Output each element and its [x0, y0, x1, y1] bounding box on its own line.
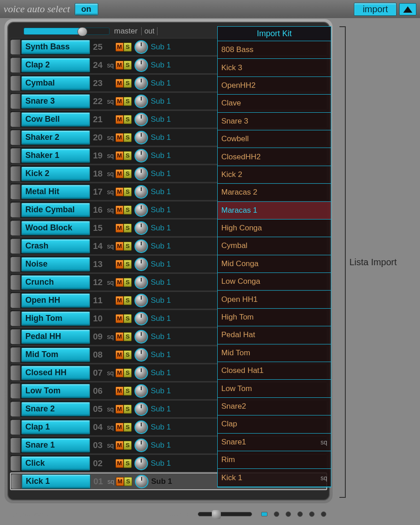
import-list-item[interactable]: Rim	[218, 451, 331, 469]
track-select-tab[interactable]	[10, 293, 20, 308]
solo-button[interactable]: S	[124, 278, 132, 287]
track-select-tab[interactable]	[10, 239, 20, 254]
mute-button[interactable]: M	[115, 423, 124, 432]
import-list-item[interactable]: OpenHH2	[218, 77, 331, 95]
accent-slider[interactable]	[198, 512, 252, 516]
pan-knob[interactable]	[134, 239, 148, 253]
import-list-item[interactable]: High Tom	[218, 309, 331, 326]
solo-button[interactable]: S	[124, 187, 132, 196]
track-select-tab[interactable]	[10, 275, 20, 290]
track-select-tab[interactable]	[10, 438, 20, 453]
track-name-button[interactable]: Clap 1	[21, 420, 90, 434]
pan-knob[interactable]	[134, 294, 148, 307]
output-label[interactable]: Sub 1	[151, 151, 180, 160]
mute-button[interactable]: M	[115, 115, 124, 124]
track-name-button[interactable]: Cymbal	[21, 76, 90, 91]
output-label[interactable]: Sub 1	[151, 97, 180, 106]
import-list-item[interactable]: Kick 3	[218, 59, 331, 76]
track-name-button[interactable]: Click	[21, 456, 90, 471]
track-select-tab[interactable]	[10, 130, 20, 145]
step-dot[interactable]	[321, 511, 326, 517]
pan-knob[interactable]	[134, 258, 148, 271]
solo-button[interactable]: S	[124, 61, 132, 70]
mute-button[interactable]: M	[115, 296, 124, 305]
output-label[interactable]: Sub 1	[151, 332, 180, 341]
mute-button[interactable]: M	[115, 260, 124, 269]
track-select-tab[interactable]	[10, 365, 20, 381]
pan-knob[interactable]	[134, 439, 148, 452]
step-dot[interactable]	[297, 511, 303, 517]
track-select-tab[interactable]	[10, 401, 20, 417]
solo-button[interactable]: S	[124, 205, 132, 215]
track-name-button[interactable]: Snare 2	[21, 402, 90, 416]
solo-button[interactable]: S	[124, 477, 132, 486]
pan-knob[interactable]	[134, 330, 148, 344]
step-dot[interactable]	[261, 512, 267, 516]
output-label[interactable]: Sub 1	[151, 314, 180, 323]
pan-knob[interactable]	[135, 475, 148, 488]
track-name-button[interactable]: Shaker 1	[21, 148, 90, 163]
pan-knob[interactable]	[134, 221, 148, 235]
track-name-button[interactable]: Cow Bell	[21, 112, 90, 127]
output-label[interactable]: Sub 1	[151, 43, 180, 52]
import-list-item[interactable]: Clave	[218, 95, 331, 112]
track-name-button[interactable]: Open HH	[21, 293, 90, 308]
output-label[interactable]: Sub 1	[151, 187, 180, 196]
output-label[interactable]: Sub 1	[151, 169, 180, 178]
track-name-button[interactable]: Mid Tom	[21, 348, 90, 362]
mute-button[interactable]: M	[115, 368, 124, 377]
track-name-button[interactable]: Synth Bass	[21, 40, 90, 54]
pan-knob[interactable]	[134, 76, 148, 90]
track-name-button[interactable]: Ride Cymbal	[21, 203, 90, 217]
track-name-button[interactable]: Metal Hit	[21, 185, 90, 199]
track-select-tab[interactable]	[10, 257, 20, 272]
solo-button[interactable]: S	[124, 151, 132, 160]
mute-button[interactable]: M	[115, 441, 124, 450]
solo-button[interactable]: S	[124, 314, 132, 323]
solo-button[interactable]: S	[124, 242, 132, 251]
track-select-tab[interactable]	[10, 112, 20, 127]
pan-knob[interactable]	[134, 40, 148, 54]
track-name-button[interactable]: Noise	[21, 257, 90, 272]
output-label[interactable]: Sub 1	[151, 133, 180, 142]
import-list-item[interactable]: Low Tom	[218, 380, 331, 397]
pan-knob[interactable]	[134, 366, 148, 380]
solo-button[interactable]: S	[124, 133, 132, 142]
mute-button[interactable]: M	[115, 187, 124, 196]
track-name-button[interactable]: Crunch	[21, 275, 90, 290]
solo-button[interactable]: S	[124, 115, 132, 124]
mute-button[interactable]: M	[115, 224, 124, 233]
track-select-tab[interactable]	[10, 94, 20, 109]
pan-knob[interactable]	[134, 185, 148, 199]
solo-button[interactable]: S	[124, 169, 132, 178]
master-level-slider[interactable]	[24, 28, 110, 35]
pan-knob[interactable]	[134, 113, 148, 126]
mute-button[interactable]: M	[115, 79, 124, 88]
import-list-item[interactable]: Snare1 sq	[218, 434, 331, 451]
step-dot[interactable]	[309, 511, 315, 517]
pan-knob[interactable]	[134, 384, 148, 398]
track-select-tab[interactable]	[10, 311, 20, 326]
output-label[interactable]: Sub 1	[151, 423, 180, 432]
solo-button[interactable]: S	[124, 296, 132, 305]
track-select-tab[interactable]	[11, 474, 21, 489]
pan-knob[interactable]	[134, 131, 148, 144]
mute-button[interactable]: M	[115, 459, 124, 468]
import-list-item[interactable]: Clap	[218, 415, 331, 433]
track-name-button[interactable]: Kick 2	[21, 167, 90, 181]
output-label[interactable]: Sub 1	[151, 278, 180, 287]
mute-button[interactable]: M	[115, 169, 124, 178]
output-label[interactable]: Sub 1	[151, 205, 180, 215]
track-name-button[interactable]: Kick 1	[22, 474, 91, 489]
mute-button[interactable]: M	[115, 151, 124, 160]
solo-button[interactable]: S	[124, 405, 132, 414]
track-select-tab[interactable]	[10, 39, 20, 55]
import-list-item[interactable]: Kick 2	[218, 166, 331, 184]
import-list-item[interactable]: Snare2	[218, 398, 331, 415]
import-list-item[interactable]: Maracas 1	[218, 202, 331, 220]
import-list-item[interactable]: 808 Bass	[218, 41, 331, 59]
output-label[interactable]: Sub 1	[151, 441, 180, 450]
mute-button[interactable]: M	[115, 242, 124, 251]
track-name-button[interactable]: Pedal HH	[21, 329, 90, 344]
pan-knob[interactable]	[134, 149, 148, 162]
